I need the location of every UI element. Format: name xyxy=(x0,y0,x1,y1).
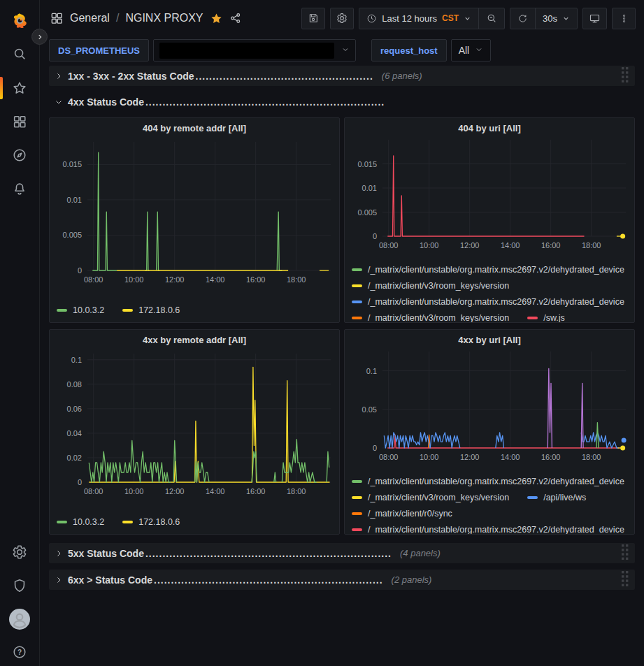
svg-text:0: 0 xyxy=(373,232,377,240)
panel-title[interactable]: 4xx by uri [All] xyxy=(345,330,634,347)
timeseries-chart[interactable]: 00.0050.010.01508:0010:0012:0014:0016:00… xyxy=(348,136,631,253)
svg-text:0.015: 0.015 xyxy=(357,160,377,168)
legend-item[interactable]: 172.18.0.6 xyxy=(122,517,180,527)
starred-dashboards-icon[interactable] xyxy=(6,74,34,102)
legend-swatch-icon xyxy=(352,268,362,271)
legend-item[interactable]: /_matrix/client/unstable/org.matrix.msc2… xyxy=(352,297,624,307)
row-drag-handle[interactable] xyxy=(621,570,629,590)
dashboard-toolbar: Last 12 hours CST 30s xyxy=(301,8,636,29)
breadcrumb-separator: / xyxy=(116,12,119,24)
legend-item[interactable]: /_matrix/client/unstable/org.matrix.msc2… xyxy=(352,477,624,486)
chevron-down-icon xyxy=(562,15,570,22)
legend-swatch-icon xyxy=(122,309,133,312)
legend-swatch-icon xyxy=(352,496,362,499)
server-admin-shield-icon[interactable] xyxy=(6,572,34,600)
favorite-star-icon[interactable] xyxy=(210,12,223,25)
svg-text:0: 0 xyxy=(373,444,377,452)
row-drag-handle[interactable] xyxy=(621,66,629,86)
legend-label: 10.0.3.2 xyxy=(73,517,104,527)
legend-item[interactable]: /sw.js xyxy=(527,313,565,322)
row-leader-dots: ........................................… xyxy=(145,548,392,559)
svg-text:18:00: 18:00 xyxy=(582,453,601,461)
refresh-interval-picker[interactable]: 30s xyxy=(535,8,577,29)
search-icon[interactable] xyxy=(6,40,34,68)
more-options-kebab-button[interactable] xyxy=(612,8,636,29)
svg-text:08:00: 08:00 xyxy=(84,487,103,495)
svg-text:10:00: 10:00 xyxy=(124,275,144,284)
redacted-variable-value xyxy=(159,43,334,59)
grafana-logo[interactable] xyxy=(6,7,34,35)
legend-label: /_matrix/client/v3/room_keys/version xyxy=(368,493,509,502)
legend-label: /_matrix/client/v3/room_keys/version xyxy=(368,281,509,291)
save-dashboard-button[interactable] xyxy=(301,8,325,29)
variable-label-request-host[interactable]: request_host xyxy=(371,39,447,61)
svg-text:10:00: 10:00 xyxy=(124,487,144,495)
row-drag-handle[interactable] xyxy=(621,544,629,563)
svg-text:0.015: 0.015 xyxy=(62,160,82,168)
row-header-4xx[interactable]: 4xx Status Code ........................… xyxy=(49,93,635,111)
tv-mode-button[interactable] xyxy=(582,8,607,29)
sidebar: ? xyxy=(0,0,40,666)
svg-text:10:00: 10:00 xyxy=(420,241,439,249)
legend-swatch-icon xyxy=(352,480,362,483)
legend-item[interactable]: 172.18.0.6 xyxy=(122,305,180,315)
timeseries-chart[interactable]: 00.020.040.060.080.108:0010:0012:0014:00… xyxy=(52,349,336,499)
row-leader-dots: ........................................… xyxy=(154,574,383,586)
row-header-1xx-3xx-2xx[interactable]: 1xx - 3xx - 2xx Status Code ............… xyxy=(49,66,635,86)
legend-item[interactable]: /_matrix/client/v3/room_keys/version xyxy=(352,281,509,291)
timeseries-chart[interactable]: 00.050.108:0010:0012:0014:0016:0018:00 xyxy=(348,347,631,465)
timeseries-chart[interactable]: 00.0050.010.01508:0010:0012:0014:0016:00… xyxy=(52,138,336,287)
legend-label: 10.0.3.2 xyxy=(73,305,104,315)
legend-row: /_matrix/client/unstable/org.matrix.msc2… xyxy=(352,473,634,489)
breadcrumb-section[interactable]: General xyxy=(70,12,110,24)
panel-title[interactable]: 404 by uri [All] xyxy=(345,118,634,136)
variable-label-ds-prometheus[interactable]: DS_PROMETHEUS xyxy=(49,39,149,61)
legend-swatch-icon xyxy=(352,528,362,531)
legend-label: /_matrix/client/unstable/org.matrix.msc2… xyxy=(368,297,624,307)
legend-label: /sw.js xyxy=(543,313,565,322)
refresh-icon xyxy=(517,13,528,24)
legend-item[interactable]: /_matrix/client/v3/room_keys/version xyxy=(352,493,509,502)
refresh-button[interactable] xyxy=(510,8,535,29)
help-icon[interactable]: ? xyxy=(6,638,34,666)
sidebar-active-indicator xyxy=(0,77,3,99)
svg-text:18:00: 18:00 xyxy=(582,241,601,249)
row-header-6xx[interactable]: 6xx > Status Code ......................… xyxy=(49,570,635,590)
alerting-bell-icon[interactable] xyxy=(6,175,34,203)
row-header-5xx[interactable]: 5xx Status Code ........................… xyxy=(49,543,635,563)
configuration-gear-icon[interactable] xyxy=(6,538,34,566)
dashboards-icon[interactable] xyxy=(6,108,34,136)
variable-dropdown-ds-prometheus[interactable] xyxy=(153,39,356,61)
svg-text:12:00: 12:00 xyxy=(460,453,480,461)
dashboard-title[interactable]: NGINX PROXY xyxy=(125,12,203,24)
sidebar-expand-button[interactable] xyxy=(31,29,48,45)
share-icon[interactable] xyxy=(229,12,242,24)
panel-title[interactable]: 4xx by remote addr [All] xyxy=(50,330,339,349)
svg-text:0.04: 0.04 xyxy=(67,429,82,437)
zoom-out-button[interactable] xyxy=(478,8,504,29)
legend-item[interactable]: 10.0.3.2 xyxy=(57,305,104,315)
legend-item[interactable]: /api/live/ws xyxy=(527,493,586,502)
dashboard-settings-button[interactable] xyxy=(330,8,354,29)
svg-text:18:00: 18:00 xyxy=(287,487,306,495)
panel-title[interactable]: 404 by remote addr [All] xyxy=(50,118,339,138)
avatar-circle xyxy=(9,609,30,630)
dashboard-variables-bar: DS_PROMETHEUS request_host All xyxy=(40,36,644,64)
legend-item[interactable]: /_matrix/client/v3/room_keys/version xyxy=(352,313,509,322)
explore-compass-icon[interactable] xyxy=(6,141,34,169)
legend-swatch-icon xyxy=(352,512,362,515)
time-range-label: Last 12 hours xyxy=(382,13,437,24)
legend-item[interactable]: /_matrix/client/unstable/org.matrix.msc2… xyxy=(352,525,624,534)
svg-text:0.1: 0.1 xyxy=(71,356,82,364)
legend-item[interactable]: /_matrix/client/unstable/org.matrix.msc2… xyxy=(352,265,624,275)
legend-item[interactable]: 10.0.3.2 xyxy=(57,517,104,527)
svg-text:16:00: 16:00 xyxy=(541,241,561,249)
variable-dropdown-request-host[interactable]: All xyxy=(451,39,492,61)
legend-item[interactable]: /_matrix/client/r0/sync xyxy=(352,509,452,519)
panel-legend: /_matrix/client/unstable/org.matrix.msc2… xyxy=(345,261,634,322)
user-avatar[interactable] xyxy=(6,605,34,633)
chevron-right-icon xyxy=(55,549,63,558)
time-range-picker[interactable]: Last 12 hours CST xyxy=(359,8,478,29)
panel-legend: /_matrix/client/unstable/org.matrix.msc2… xyxy=(345,473,634,534)
svg-text:18:00: 18:00 xyxy=(287,275,306,284)
